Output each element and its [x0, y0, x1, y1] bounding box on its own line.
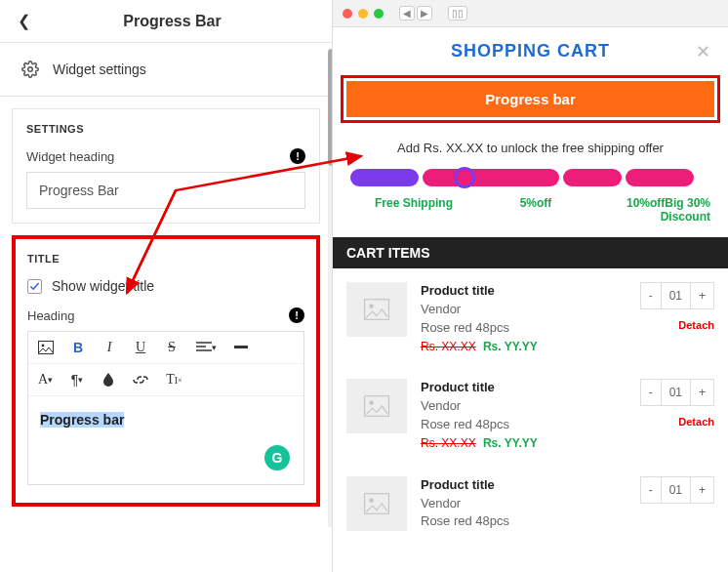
traffic-light-close[interactable] — [343, 9, 352, 19]
product-title: Product title — [421, 476, 627, 495]
product-variant: Rose red 48pcs — [421, 416, 627, 434]
heading-field-label: Heading — [27, 308, 74, 323]
product-variant: Rose red 48pcs — [421, 319, 627, 338]
strike-button[interactable]: S — [165, 340, 179, 355]
align-button[interactable]: ▾ — [196, 342, 217, 353]
minus-button[interactable] — [234, 346, 248, 349]
svg-point-0 — [28, 67, 33, 72]
product-vendor: Vendor — [421, 301, 627, 319]
cart-title: SHOPPING CART — [451, 41, 610, 61]
settings-section: SETTINGS Widget heading ! — [12, 108, 320, 224]
qty-plus[interactable]: + — [691, 283, 713, 308]
font-button[interactable]: A ▾ — [38, 372, 53, 388]
traffic-light-min[interactable] — [358, 9, 368, 19]
qty-stepper[interactable]: -01+ — [640, 379, 714, 406]
image-icon[interactable] — [38, 341, 54, 354]
qty-minus[interactable]: - — [641, 283, 661, 308]
page-title: Progress Bar — [30, 13, 314, 30]
product-vendor: Vendor — [421, 495, 627, 513]
svg-point-2 — [42, 345, 45, 347]
product-variant: Rose red 48pcs — [421, 512, 627, 531]
paragraph-button[interactable]: ¶ ▾ — [70, 372, 84, 388]
qty-minus[interactable]: - — [641, 380, 661, 405]
product-title: Product title — [421, 379, 627, 397]
title-heading: TITLE — [27, 253, 304, 265]
qty-stepper[interactable]: -01+ — [640, 282, 714, 309]
info-icon[interactable]: ! — [289, 307, 304, 323]
traffic-light-max[interactable] — [374, 9, 384, 19]
link-button[interactable] — [133, 375, 148, 385]
svg-rect-3 — [234, 346, 248, 348]
qty-value: 01 — [661, 477, 691, 503]
cart-item-row: Product title Vendor Rose red 48pcs Rs. … — [333, 268, 728, 365]
show-title-label: Show widget title — [52, 278, 154, 294]
svg-point-9 — [369, 498, 373, 502]
grammarly-icon[interactable]: G — [264, 445, 290, 470]
info-icon[interactable]: ! — [290, 148, 305, 164]
progress-seg-2 — [423, 169, 559, 186]
progress-seg-3 — [563, 169, 622, 186]
detach-link[interactable]: Detach — [678, 319, 714, 331]
product-thumb — [346, 476, 407, 531]
qty-value: 01 — [661, 283, 691, 308]
drop-icon[interactable] — [101, 373, 115, 387]
tier-label-1: Free Shipping — [350, 196, 477, 224]
clear-format-button[interactable]: TI× — [166, 372, 182, 388]
cart-item-row: Product title Vendor Rose red 48pcs -01+ — [333, 463, 728, 559]
qty-plus[interactable]: + — [691, 380, 713, 405]
progress-banner-highlight: Progress bar — [341, 75, 720, 123]
panel-icon[interactable]: ▯▯ — [448, 6, 467, 20]
qty-plus[interactable]: + — [691, 477, 713, 503]
price-new: Rs. YY.YY — [483, 436, 538, 450]
progress-handle[interactable] — [454, 167, 475, 188]
progress-track — [333, 169, 728, 186]
price-old: Rs. XX.XX — [421, 436, 476, 450]
qty-stepper[interactable]: -01+ — [640, 476, 714, 504]
qty-minus[interactable]: - — [641, 477, 661, 503]
nav-fwd-icon[interactable]: ▶ — [417, 6, 432, 20]
qty-value: 01 — [661, 380, 691, 405]
svg-point-5 — [369, 305, 373, 308]
cart-item-row: Product title Vendor Rose red 48pcs Rs. … — [333, 365, 728, 462]
cart-items-header: CART ITEMS — [333, 237, 728, 268]
widget-heading-input[interactable] — [26, 172, 305, 209]
show-title-checkbox[interactable] — [27, 279, 42, 294]
close-icon[interactable]: ✕ — [696, 41, 710, 62]
settings-heading: SETTINGS — [26, 123, 305, 135]
title-section: TITLE Show widget title Heading ! B I U … — [12, 235, 320, 507]
browser-chrome: ◀ ▶ ▯▯ — [333, 0, 728, 27]
detach-link[interactable]: Detach — [678, 416, 714, 428]
progress-seg-1 — [350, 169, 419, 186]
progress-seg-4 — [626, 169, 694, 186]
tier-label-2: 5%off — [477, 196, 594, 224]
italic-button[interactable]: I — [102, 340, 116, 355]
gear-icon — [21, 61, 39, 78]
editor-text: Progress bar — [40, 412, 124, 428]
widget-settings-label: Widget settings — [53, 61, 146, 77]
widget-heading-label: Widget heading — [26, 149, 114, 164]
progress-banner: Progress bar — [346, 81, 714, 117]
rich-text-editor: B I U S ▾ A ▾ ¶ ▾ TI× Progress bar G — [27, 331, 304, 485]
product-title: Product title — [421, 282, 627, 301]
nav-back-icon[interactable]: ◀ — [399, 6, 415, 20]
product-thumb — [346, 282, 407, 337]
unlock-text: Add Rs. XX.XX to unlock the free shippin… — [333, 137, 728, 169]
widget-settings-row[interactable]: Widget settings — [0, 43, 332, 97]
svg-point-7 — [369, 401, 373, 405]
underline-button[interactable]: U — [134, 340, 147, 355]
bold-button[interactable]: B — [71, 340, 85, 355]
product-vendor: Vendor — [421, 397, 627, 416]
price-old: Rs. XX.XX — [421, 340, 476, 353]
product-thumb — [346, 379, 407, 433]
editor-content[interactable]: Progress bar G — [28, 396, 303, 484]
back-arrow-icon[interactable]: ❮ — [18, 12, 30, 30]
price-new: Rs. YY.YY — [483, 340, 538, 353]
tier-label-3: 10%offBig 30% Discount — [594, 196, 710, 224]
